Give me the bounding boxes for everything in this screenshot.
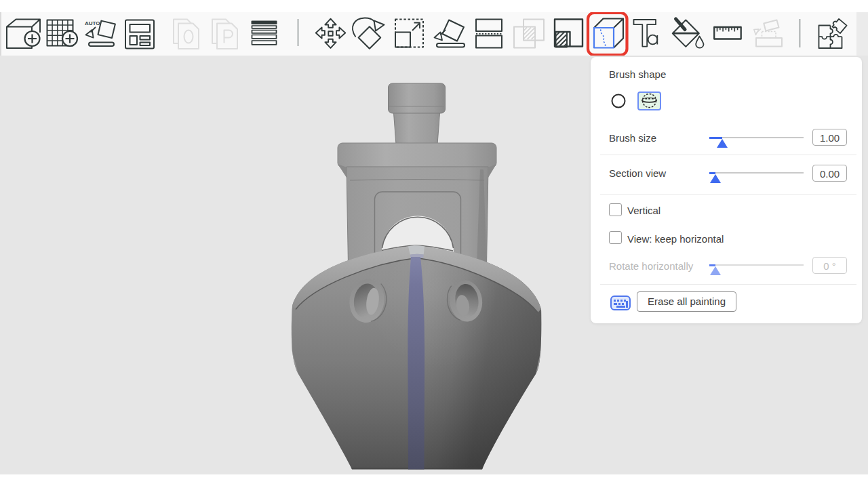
- svg-text:AUTO: AUTO: [85, 20, 100, 26]
